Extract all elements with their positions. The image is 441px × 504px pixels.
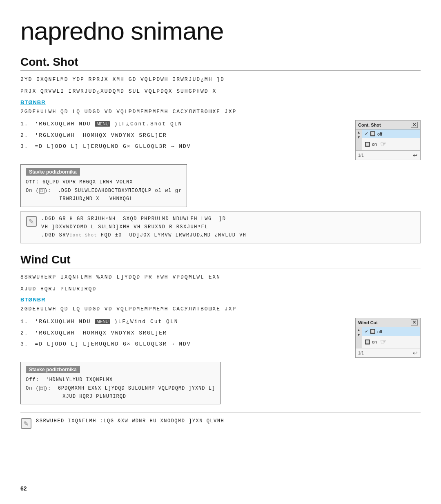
section1-submenu-content: Off: 6QLPD VDPR MHGQX IRWR VOLNX On (□):… <box>26 178 182 203</box>
section2-link[interactable]: BTØNBR <box>20 297 421 303</box>
section1-body1: 2YD IXQNFLMD YDP RPRJX XMH GD VQLPDWH IR… <box>20 76 421 84</box>
step2-3: 3. =D L]ODO L] L]ERUQLND G× GLLOQL3R → N… <box>20 339 343 349</box>
checkmark-1: ✓ <box>365 131 368 136</box>
section2-bottom-note-text: 8SRWUHED IXQNFLMH :LQG &XW WDNR HU XNODQ… <box>36 417 224 425</box>
section1-divider <box>20 70 421 71</box>
scroll-up-arrow[interactable]: ▲ <box>357 130 361 134</box>
section-cont-shot: Cont. Shot 2YD IXQNFLMD YDP RPRJX XMH GD… <box>20 56 421 243</box>
popup-contshot: Cont. Shot ✕ ▲ ▼ ✓ 🔲 off 🔲 on <box>355 120 421 160</box>
popup-windcut-option-on[interactable]: 🔲 on ☞ <box>362 336 420 348</box>
section2-body1: 8SRWUHERP IXQNFLMH %XND L]YDQD PR HWH VP… <box>20 273 421 282</box>
hand-cursor-2: ☞ <box>380 337 387 346</box>
section2-steps-area: 1. 'RGLXUQLWH NDU MENU )LF¿Wind Cut QLN … <box>20 317 421 358</box>
popup-contshot-footer: 1/1 ↩ <box>356 150 420 160</box>
section2-bottom-note: ✎ 8SRWUHED IXQNFLMH :LQG &XW WDNR HU XNO… <box>20 413 421 432</box>
section1-body2: 2GDEHULWH QD LQ UDGD VD VQLPDМЕМРМЕМН СА… <box>20 108 421 116</box>
svg-text:✎: ✎ <box>29 218 34 225</box>
popup-windcut-close[interactable]: ✕ <box>411 319 418 326</box>
popup-contshot-page: 1/1 <box>358 153 364 158</box>
section1-steps-list: 1. 'RGLXUQLWH NDU MENU )LF¿Cont.Shot QLN… <box>20 119 343 153</box>
popup-windcut-page: 1/1 <box>358 351 364 355</box>
title-divider <box>20 48 421 48</box>
section2-divider <box>20 268 421 268</box>
step1-1: 1. 'RGLXUQLWH NDU MENU )LF¿Cont.Shot QLN <box>20 119 343 129</box>
popup-windcut-scrollbar[interactable]: ▲ ▼ <box>356 327 362 348</box>
section2-body2: 2GDEHULWH QD LQ UDGD VD VQLPDМЕМРМЕМН СА… <box>20 305 421 314</box>
section2-submenu-box: Stavke podizbornika Off: 'HDNWLYLYUD IXQ… <box>20 362 220 404</box>
menu-tag-1: MENU <box>95 121 110 127</box>
on-label-2: on <box>372 339 377 344</box>
popup-windcut-option-off[interactable]: ✓ 🔲 off <box>362 327 420 336</box>
note-icon-1: ✎ <box>26 216 37 230</box>
page-number: 62 <box>20 485 27 492</box>
popup-option-off-1[interactable]: ✓ 🔲 off <box>362 129 420 138</box>
popup-contshot-close[interactable]: ✕ <box>411 122 418 128</box>
checkmark-2: ✓ <box>365 329 368 334</box>
popup-contshot-back[interactable]: ↩ <box>413 152 418 158</box>
popup-option-on-1[interactable]: 🔲 on ☞ <box>362 138 420 150</box>
popup-windcut-title: Wind Cut <box>358 320 378 325</box>
svg-text:✎: ✎ <box>23 420 29 427</box>
menu-tag-2: MENU <box>95 319 110 324</box>
scroll-up-arrow-2[interactable]: ▲ <box>357 328 361 332</box>
off-label-2: off <box>377 329 382 334</box>
on-icon-2: 🔲 <box>365 339 370 345</box>
step2-1-num: 1. <box>20 319 29 325</box>
popup-windcut-footer: 1/1 ↩ <box>356 348 420 357</box>
section2-body1b: XJUD HQRJ PLNURIRQD <box>20 285 421 294</box>
step2-3-num: 3. <box>20 341 29 347</box>
popup-contshot-options: ✓ 🔲 off 🔲 on ☞ <box>362 129 420 150</box>
section1-submenu-box: Stavke podizbornika Off: 6QLPD VDPR MHGQ… <box>20 164 187 207</box>
off-icon-2: 🔲 <box>370 329 376 334</box>
on-icon-1: 🔲 <box>365 142 370 147</box>
popup-windcut-options: ✓ 🔲 off 🔲 on ☞ <box>362 327 420 348</box>
popup-windcut-body: ▲ ▼ ✓ 🔲 off 🔲 on ☞ <box>356 327 420 348</box>
on-label-1: on <box>372 142 377 147</box>
section1-body1b: PRJX QRVWLI IRWRJUD¿XUDQMD SUL VQLPDQX S… <box>20 87 421 96</box>
popup-windcut-titlebar: Wind Cut ✕ <box>356 318 420 327</box>
step1-3: 3. =D L]ODO L] L]ERUQLND G× GLLOQL3R → N… <box>20 142 343 151</box>
popup-windcut: Wind Cut ✕ ▲ ▼ ✓ 🔲 off 🔲 on <box>355 318 421 358</box>
step2-2: 2. 'RGLXUQLWH HOMHQX VWDYNX SRGL]ER <box>20 328 343 338</box>
popup-contshot-titlebar: Cont. Shot ✕ <box>356 120 420 129</box>
section-heading-contshot: Cont. Shot <box>20 56 421 69</box>
popup-windcut-back[interactable]: ↩ <box>413 350 418 356</box>
popup-contshot-title: Cont. Shot <box>358 123 381 127</box>
step1-2: 2. 'RGLXUQLWH HOMHQX VWDYNX SRGL]ER <box>20 131 343 140</box>
popup-contshot-scrollbar[interactable]: ▲ ▼ <box>356 129 362 150</box>
scroll-down-arrow[interactable]: ▼ <box>357 135 361 139</box>
off-icon-1: 🔲 <box>370 131 376 136</box>
step1-2-num: 2. <box>20 132 29 138</box>
section1-note-box: ✎ .DGD GR H GR SRJUH³NH SXQD PHPRULMD ND… <box>20 211 421 243</box>
note-icon-2: ✎ <box>20 418 32 432</box>
section-heading-windcut: Wind Cut <box>20 253 421 266</box>
section1-link[interactable]: BTØNBR <box>20 99 421 105</box>
step2-2-num: 2. <box>20 330 29 336</box>
step1-1-num: 1. <box>20 121 29 127</box>
popup-contshot-body: ▲ ▼ ✓ 🔲 off 🔲 on ☞ <box>356 129 420 150</box>
section2-submenu-label: Stavke podizbornika <box>26 366 80 373</box>
step2-1: 1. 'RGLXUQLWH NDU MENU )LF¿Wind Cut QLN <box>20 317 343 326</box>
section1-steps-area: 1. 'RGLXUQLWH NDU MENU )LF¿Cont.Shot QLN… <box>20 119 421 160</box>
step1-3-num: 3. <box>20 143 29 149</box>
section2-submenu-content: Off: 'HDNWLYLYUD IXQNFLMX On (□): 6PDQMX… <box>26 376 215 401</box>
scroll-down-arrow-2[interactable]: ▼ <box>357 333 361 337</box>
hand-cursor-1: ☞ <box>380 140 387 149</box>
section-wind-cut: Wind Cut 8SRWUHERP IXQNFLMH %XND L]YDQD … <box>20 253 421 432</box>
off-label-1: off <box>377 132 382 136</box>
section1-note-text: .DGD GR H GR SRJUH³NH SXQD PHPRULMD NDUW… <box>41 215 247 240</box>
page-title: napredno snimane <box>20 16 421 45</box>
section1-submenu-label: Stavke podizbornika <box>26 168 80 176</box>
section2-steps-list: 1. 'RGLXUQLWH NDU MENU )LF¿Wind Cut QLN … <box>20 317 343 350</box>
